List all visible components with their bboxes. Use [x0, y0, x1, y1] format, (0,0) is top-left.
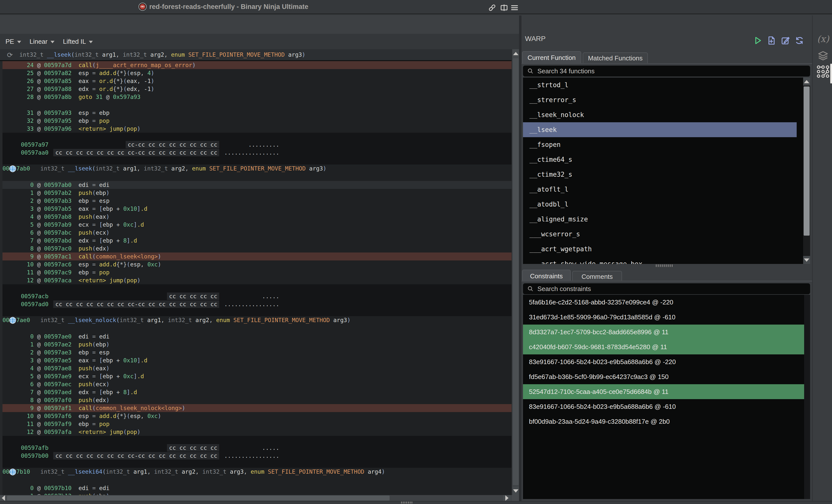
function-list-item[interactable]: ___wcserror_s: [523, 227, 797, 242]
view-layout-dropdown[interactable]: Linear: [30, 38, 54, 46]
code-line[interactable]: 12 @ 00597aca <return> jump(pop): [2, 276, 512, 284]
constraint-list-scrollbar[interactable]: [804, 295, 810, 499]
tab-constraints[interactable]: Constraints: [522, 270, 571, 282]
horizontal-scroll-thumb[interactable]: [7, 496, 390, 501]
vertical-scroll-thumb[interactable]: [513, 58, 519, 485]
hex-line[interactable]: 00597a97 cc-cc cc cc cc cc cc cc cc ....…: [2, 141, 512, 149]
constraint-search-input[interactable]: Search constraints: [523, 283, 810, 294]
constraint-item[interactable]: 83e91667-1066-5b24-b023-e9b5a688a6b6 @ -…: [523, 399, 804, 414]
code-line[interactable]: 1 @ 00597b12 push(ebp): [2, 492, 512, 495]
constraint-list[interactable]: 5fa6b16e-c2d2-5168-abbd-32357e099ce4 @ -…: [523, 295, 810, 499]
code-line[interactable]: 26 @ 00597a85 eax = or.d{*}(eax, -1): [2, 77, 512, 85]
function-header-line[interactable]: 00597b10 int32_t __lseeki64(int32_t arg1…: [2, 468, 512, 476]
function-list-item[interactable]: __lseek: [523, 122, 797, 137]
sticky-function-signature[interactable]: ⟳int32_t __lseek(int32_t arg1, int32_t a…: [0, 49, 512, 61]
il-level-dropdown[interactable]: Lifted IL: [63, 38, 93, 46]
function-list-item[interactable]: __lseek_nolock: [523, 107, 797, 122]
code-line[interactable]: 5 @ 00597ae9 ecx = [ebp + 0xc].d: [2, 372, 512, 380]
function-header-line[interactable]: 00597ab0 int32_t __lseek(int32_t arg1, i…: [2, 165, 512, 172]
code-line[interactable]: 4 @ 00597ae8 push(eax): [2, 364, 512, 372]
constraint-item[interactable]: c42040fd-b607-59dc-9681-8783d54e5280 @ 1…: [523, 339, 804, 355]
hex-line[interactable]: 00597b00 cc cc cc cc cc cc cc cc-cc cc c…: [2, 452, 512, 460]
hex-line[interactable]: 00597ad0 cc cc cc cc cc cc cc cc-cc cc c…: [2, 300, 512, 308]
panel-splitter-handle[interactable]: [656, 264, 674, 267]
split-view-icon[interactable]: [500, 3, 509, 12]
constraint-item[interactable]: 31ed673d-1e85-5909-96a0-79cd13a8585d @ -…: [523, 310, 804, 325]
tab-current-function[interactable]: Current Function: [522, 51, 581, 63]
binary-type-dropdown[interactable]: PE: [5, 38, 21, 46]
constraint-item[interactable]: 8d3327a7-1ec7-5709-bcc2-8add665e8996 @ 1…: [523, 325, 804, 339]
function-list-item[interactable]: __fsopen: [523, 137, 797, 152]
function-list-item[interactable]: __atoflt_l: [523, 182, 797, 197]
vertical-scrollbar[interactable]: [512, 49, 519, 495]
code-line[interactable]: 0 @ 00597b10 edi = edi: [2, 484, 512, 492]
code-line[interactable]: 1 @ 00597ae2 push(ebp): [2, 340, 512, 348]
code-line[interactable]: 7 @ 00597abd edx = [ebp + 8].d: [2, 236, 512, 245]
code-line[interactable]: 5 @ 00597ab9 ecx = [ebp + 0xc].d: [2, 221, 512, 229]
code-line[interactable]: 7 @ 00597aed edx = [ebp + 8].d: [2, 388, 512, 396]
code-line[interactable]: 8 @ 00597af0 push(edx): [2, 396, 512, 404]
hex-line[interactable]: 00597aa0 cc cc cc cc cc cc cc cc-cc cc c…: [2, 149, 512, 157]
function-search-input[interactable]: Search 34 functions: [523, 65, 810, 77]
function-list-item[interactable]: __ctime64_s: [523, 152, 797, 167]
code-line[interactable]: 11 @ 00597af9 ebp = pop: [2, 420, 512, 428]
scroll-up-button[interactable]: [513, 49, 519, 58]
code-line[interactable]: 10 @ 00597af6 esp = add.d{*}(esp, 0xc): [2, 412, 512, 420]
constraint-item[interactable]: bf00d9ab-23aa-5d24-9a49-c3280b88f17e @ 2…: [523, 414, 804, 429]
constraint-item[interactable]: 83e91667-1066-5b24-b023-e9b5a688a6b6 @ -…: [523, 355, 804, 369]
code-line[interactable]: 32 @ 00597a95 ebp = pop: [2, 117, 512, 125]
hex-line[interactable]: 00597acb cc cc cc cc cc .....: [2, 292, 512, 300]
code-line[interactable]: 10 @ 00597ac6 esp = add.d{*}(esp, 0xc): [2, 260, 512, 269]
function-list-item[interactable]: __atodbl_l: [523, 197, 797, 212]
function-header-line[interactable]: 00597ae0 int32_t __lseek_nolock(int32_t …: [2, 316, 512, 324]
code-line[interactable]: 27 @ 00597a88 edx = or.d{*}(edx, -1): [2, 85, 512, 93]
tab-comments[interactable]: Comments: [572, 271, 622, 282]
code-line[interactable]: 11 @ 00597ac9 ebp = pop: [2, 269, 512, 276]
code-line[interactable]: 28 @ 00597a8b goto 31 @ 0x597a93: [2, 93, 512, 101]
function-list-scroll-thumb[interactable]: [804, 86, 810, 235]
hamburger-menu-icon[interactable]: [510, 3, 519, 12]
code-line[interactable]: 9 @ 00597ac1 call(common_lseek<long>): [2, 252, 512, 260]
constraint-item[interactable]: 52547d12-710c-5caa-a405-ce0e75d6684b @ 1…: [523, 384, 804, 399]
function-list-item[interactable]: __ctime32_s: [523, 167, 797, 182]
scroll-left-button[interactable]: [0, 495, 6, 501]
code-line[interactable]: 3 @ 00597ab5 eax = [ebp + 0x10].d: [2, 205, 512, 213]
code-line[interactable]: 4 @ 00597ab8 push(eax): [2, 213, 512, 221]
code-line[interactable]: 24 @ 00597a7d call(j____acrt_errno_map_o…: [2, 61, 512, 69]
code-line[interactable]: 9 @ 00597af1 call(common_lseek_nolock<lo…: [2, 404, 512, 412]
code-line[interactable]: 25 @ 00597a82 esp = add.d{*}(esp, 4): [2, 69, 512, 77]
constraint-item[interactable]: fd5e67ab-b36b-5cf0-9b99-ec64237c9ac3 @ 1…: [523, 369, 804, 384]
code-line[interactable]: 6 @ 00597abc push(ecx): [2, 229, 512, 236]
scroll-down-button[interactable]: [803, 256, 810, 264]
constraint-item[interactable]: 5fa6b16e-c2d2-5168-abbd-32357e099ce4 @ -…: [523, 295, 804, 310]
warp-pattern-icon[interactable]: [816, 65, 830, 78]
linear-disassembly-view[interactable]: ⟳int32_t __lseek(int32_t arg1, int32_t a…: [0, 49, 512, 495]
code-line[interactable]: 2 @ 00597ae3 ebp = esp: [2, 348, 512, 356]
expression-x-icon[interactable]: (x): [816, 34, 830, 44]
link-icon[interactable]: [488, 3, 497, 12]
code-line[interactable]: 31 @ 00597a93 esp = ebp: [2, 109, 512, 117]
hex-line[interactable]: 00597afb cc cc cc cc cc .....: [2, 444, 512, 452]
function-list-item[interactable]: ___acrt_wgetpath: [523, 242, 797, 256]
function-list-scrollbar[interactable]: [803, 78, 810, 264]
run-matcher-icon[interactable]: [753, 36, 762, 45]
code-line[interactable]: 2 @ 00597ab3 ebp = esp: [2, 197, 512, 205]
code-line[interactable]: 6 @ 00597aec push(ecx): [2, 380, 512, 388]
tab-matched-functions[interactable]: Matched Functions: [583, 52, 648, 63]
function-list-item[interactable]: ___acrt_show_wide_message_box: [523, 256, 797, 264]
code-line[interactable]: 33 @ 00597a96 <return> jump(pop): [2, 125, 512, 133]
new-file-icon[interactable]: [767, 36, 776, 45]
edit-icon[interactable]: [781, 36, 790, 45]
scroll-down-button[interactable]: [513, 486, 519, 495]
function-list-item[interactable]: __aligned_msize: [523, 212, 797, 227]
code-line[interactable]: 8 @ 00597ac0 push(edx): [2, 245, 512, 252]
code-line[interactable]: 0 @ 00597ab0 edi = edi: [2, 181, 512, 189]
refresh-icon[interactable]: [795, 36, 804, 45]
function-match-list[interactable]: __strtod_l__strerror_s__lseek_nolock__ls…: [523, 78, 810, 264]
function-list-item[interactable]: __strerror_s: [523, 92, 797, 107]
code-line[interactable]: 3 @ 00597ae5 eax = [ebp + 0x10].d: [2, 356, 512, 364]
horizontal-scrollbar[interactable]: [0, 495, 519, 501]
function-list-item[interactable]: __strtod_l: [523, 78, 797, 92]
scroll-right-button[interactable]: [503, 495, 511, 501]
scroll-up-button[interactable]: [803, 78, 810, 85]
